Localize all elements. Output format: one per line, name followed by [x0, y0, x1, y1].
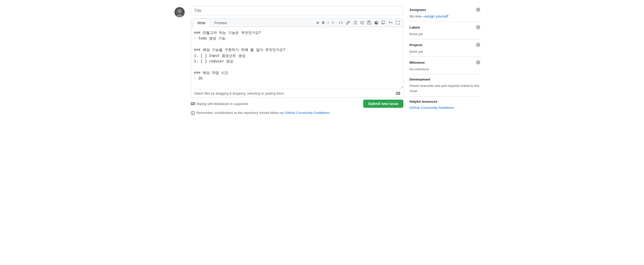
sidebar-helpful-resources: Helpful resources GitHub Community Guide…	[409, 97, 481, 110]
attach-placeholder-text: Attach files by dragging & dropping, sel…	[194, 91, 285, 95]
sidebar-development-title: Development	[409, 77, 430, 81]
issue-body-textarea[interactable]: ### 만들고자 하는 기능은 무엇인가요? - Todo 생성 기능 ### …	[191, 27, 403, 88]
bold-button[interactable]: B	[321, 20, 326, 25]
tab-preview[interactable]: Preview	[210, 19, 231, 27]
unordered-list-button[interactable]	[352, 20, 358, 26]
labels-gear-button[interactable]	[476, 25, 481, 30]
sidebar-labels-section: Labels None yet	[409, 22, 481, 39]
issue-title-input[interactable]: Todo List 요구사항 명세서 작성	[191, 6, 403, 15]
milestone-gear-button[interactable]	[476, 60, 481, 65]
community-guidelines-link[interactable]: GitHub Community Guidelines.	[285, 111, 330, 115]
helpful-resources-title: Helpful resources	[409, 100, 481, 103]
development-description: Shows branches and pull requests linked …	[409, 84, 479, 93]
reference-button[interactable]	[380, 20, 387, 26]
editor-toolbar: H B I	[313, 19, 403, 27]
tab-write[interactable]: Write	[193, 19, 210, 27]
sidebar-assignees-header: Assignees	[409, 7, 481, 12]
community-notice-text: Remember, contributions to this reposito…	[196, 111, 330, 115]
sidebar-labels-header: Labels	[409, 25, 481, 30]
sidebar-assignees-title: Assignees	[409, 8, 426, 12]
submit-issue-button[interactable]: Submit new issue	[363, 100, 403, 108]
attach-area[interactable]: Attach files by dragging & dropping, sel…	[191, 89, 403, 97]
sidebar-labels-title: Labels	[409, 25, 420, 29]
sidebar-milestone-section: Milestone No milestone	[409, 57, 481, 74]
undo-button[interactable]	[387, 20, 394, 26]
task-list-button[interactable]	[366, 20, 373, 26]
assignees-value: No one—assign yourself	[409, 14, 481, 18]
sidebar-milestone-title: Milestone	[409, 61, 425, 64]
sidebar-development-section: Development Shows branches and pull requ…	[409, 74, 481, 97]
editor-container: Write Preview H B I	[191, 18, 403, 98]
link-button[interactable]	[345, 20, 351, 26]
sidebar-development-header: Development	[409, 77, 481, 81]
projects-value: None yet	[409, 50, 423, 54]
editor-body: ### 만들고자 하는 기능은 무엇인가요? - Todo 생성 기능 ### …	[191, 27, 403, 89]
quote-button[interactable]	[330, 20, 337, 26]
sidebar-milestone-header: Milestone	[409, 60, 481, 65]
user-avatar	[174, 7, 185, 17]
editor-tabs-toolbar: Write Preview H B I	[191, 19, 403, 27]
code-button[interactable]	[338, 20, 344, 26]
markdown-hint: Styling with Markdown is supported	[191, 102, 248, 106]
assign-yourself-link[interactable]: assign yourself	[425, 14, 448, 18]
sidebar-projects-section: Projects None yet	[409, 39, 481, 57]
github-community-guidelines-link[interactable]: GitHub Community Guidelines	[409, 106, 454, 110]
community-notice: Remember, contributions to this reposito…	[191, 111, 403, 115]
markdown-icon-attach	[396, 91, 400, 95]
editor-tabs: Write Preview	[191, 19, 231, 27]
svg-point-1	[178, 9, 182, 13]
italic-button[interactable]: I	[326, 20, 330, 25]
ordered-list-button[interactable]	[359, 20, 365, 26]
markdown-hint-text: Styling with Markdown is supported	[196, 102, 248, 106]
milestone-value: No milestone	[409, 67, 429, 71]
projects-gear-button[interactable]	[476, 42, 481, 47]
heading-button[interactable]: H	[315, 20, 320, 25]
assignees-gear-button[interactable]	[476, 7, 481, 12]
sidebar-assignees-section: Assignees No one—assign yourself	[409, 7, 481, 22]
issue-form: Todo List 요구사항 명세서 작성 Write Preview H B	[191, 6, 403, 115]
fullscreen-button[interactable]	[394, 20, 401, 26]
editor-footer: Styling with Markdown is supported Submi…	[191, 100, 403, 108]
sidebar-projects-title: Projects	[409, 43, 422, 47]
sidebar-projects-header: Projects	[409, 42, 481, 47]
sidebar: Assignees No one—assign yourself Labels …	[409, 6, 481, 110]
mention-button[interactable]	[373, 20, 380, 26]
labels-value: None yet	[409, 32, 423, 36]
